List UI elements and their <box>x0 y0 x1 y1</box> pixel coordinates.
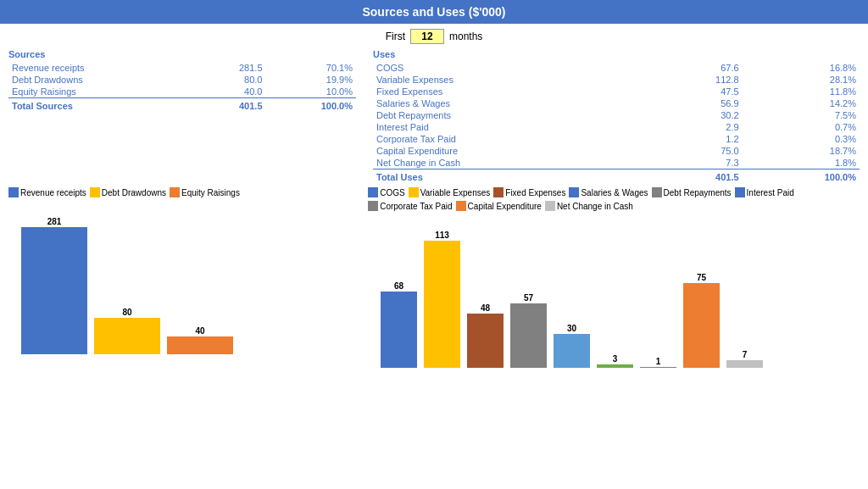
row-value: 40.0 <box>195 86 266 98</box>
legend-item: COGS <box>368 187 404 197</box>
uses-row: Capital Expenditure75.018.7% <box>373 145 860 157</box>
bar-value-label: 281 <box>47 217 62 226</box>
left-legend: Revenue receiptsDebt DrawdownsEquity Rai… <box>8 187 359 197</box>
legend-item: Variable Expenses <box>409 187 491 197</box>
row-value: 2.9 <box>650 121 743 133</box>
uses-table: COGS67.616.8%Variable Expenses112.828.1%… <box>373 62 860 183</box>
sources-row: Revenue receipts281.570.1% <box>8 62 356 74</box>
bar <box>683 283 720 368</box>
uses-total-value: 401.5 <box>650 169 743 184</box>
legend-label: Fixed Expenses <box>505 188 565 197</box>
row-label: COGS <box>373 62 650 74</box>
uses-total-label: Total Uses <box>373 169 650 184</box>
bar-value-label: 7 <box>743 350 748 359</box>
sources-table: Revenue receipts281.570.1%Debt Drawdowns… <box>8 62 356 112</box>
first-label: First <box>386 31 405 42</box>
bar-value-label: 30 <box>567 324 577 333</box>
bar <box>640 367 676 368</box>
row-label: Debt Drawdowns <box>8 74 195 86</box>
row-pct: 7.5% <box>743 109 860 121</box>
row-value: 75.0 <box>650 145 743 157</box>
row-value: 1.2 <box>650 133 743 145</box>
sources-total-row: Total Sources 401.5 100.0% <box>8 98 356 113</box>
row-label: Interest Paid <box>373 121 650 133</box>
legend-swatch <box>493 187 504 197</box>
row-value: 30.2 <box>650 109 743 121</box>
row-value: 80.0 <box>195 74 266 86</box>
legend-swatch <box>735 187 745 197</box>
bar <box>554 334 590 368</box>
uses-panel: Uses COGS67.616.8%Variable Expenses112.8… <box>373 49 860 183</box>
legend-swatch <box>90 187 100 197</box>
legend-swatch <box>456 201 466 211</box>
row-label: Corporate Tax Paid <box>373 133 650 145</box>
bar <box>94 318 160 354</box>
legend-label: Equity Raisings <box>181 188 240 197</box>
legend-label: Net Change in Cash <box>557 202 633 211</box>
row-pct: 28.1% <box>743 74 860 86</box>
row-label: Debt Repayments <box>373 109 650 121</box>
row-pct: 16.8% <box>743 62 860 74</box>
legend-item: Fixed Expenses <box>493 187 565 197</box>
row-value: 47.5 <box>650 86 743 97</box>
sources-total-value: 401.5 <box>195 98 266 113</box>
legend-swatch <box>409 187 419 197</box>
uses-row: COGS67.616.8% <box>373 62 860 74</box>
bar-value-label: 48 <box>481 303 491 313</box>
left-chart: 2818040 <box>8 202 246 363</box>
legend-swatch <box>368 201 378 211</box>
legend-label: Interest Paid <box>747 188 794 197</box>
uses-row: Debt Repayments30.27.5% <box>373 109 860 121</box>
legend-item: Revenue receipts <box>8 187 86 197</box>
bar <box>510 303 547 368</box>
bar-value-label: 113 <box>435 231 449 240</box>
row-value: 112.8 <box>650 74 743 86</box>
uses-total-pct: 100.0% <box>743 169 860 184</box>
bar <box>381 292 417 368</box>
bar-value-label: 57 <box>524 293 534 303</box>
bar-value-label: 80 <box>122 308 132 317</box>
row-label: Variable Expenses <box>373 74 650 86</box>
legend-item: Debt Drawdowns <box>90 187 166 197</box>
legend-label: Variable Expenses <box>420 188 491 197</box>
legend-swatch <box>545 201 555 211</box>
sources-total-label: Total Sources <box>8 98 195 113</box>
row-label: Fixed Expenses <box>373 86 650 97</box>
legend-item: Salaries & Wages <box>569 187 648 197</box>
row-label: Net Change in Cash <box>373 157 650 169</box>
row-pct: 18.7% <box>743 145 860 157</box>
row-pct: 19.9% <box>266 74 357 86</box>
legend-label: Revenue receipts <box>20 188 86 197</box>
left-chart-container: Revenue receiptsDebt DrawdownsEquity Rai… <box>8 187 359 378</box>
row-value: 281.5 <box>195 62 266 74</box>
row-label: Salaries & Wages <box>373 97 650 109</box>
legend-label: Debt Repayments <box>664 188 732 197</box>
right-chart: 6811348573031757 <box>368 215 775 376</box>
months-input[interactable] <box>410 29 444 44</box>
uses-title: Uses <box>373 49 860 59</box>
legend-item: Interest Paid <box>735 187 794 197</box>
bar-value-label: 68 <box>394 281 404 291</box>
bar <box>167 336 233 354</box>
uses-row: Interest Paid2.90.7% <box>373 121 860 133</box>
legend-swatch <box>8 187 19 197</box>
row-pct: 14.2% <box>743 97 860 109</box>
page-title: Sources and Uses ($'000) <box>0 0 868 24</box>
bar-value-label: 75 <box>697 273 707 282</box>
legend-label: Corporate Tax Paid <box>380 202 452 211</box>
legend-item: Capital Expenditure <box>456 201 542 211</box>
legend-swatch <box>569 187 579 197</box>
row-value: 7.3 <box>650 157 743 169</box>
bar <box>726 360 763 368</box>
sources-title: Sources <box>8 49 356 59</box>
legend-label: Debt Drawdowns <box>102 188 166 197</box>
uses-row: Corporate Tax Paid1.20.3% <box>373 133 860 145</box>
legend-item: Corporate Tax Paid <box>368 201 452 211</box>
bar-value-label: 40 <box>195 326 205 336</box>
row-value: 56.9 <box>650 97 743 109</box>
row-pct: 70.1% <box>266 62 357 74</box>
bar <box>597 364 633 368</box>
legend-swatch <box>170 187 180 197</box>
legend-label: Capital Expenditure <box>468 202 542 211</box>
legend-item: Net Change in Cash <box>545 201 633 211</box>
